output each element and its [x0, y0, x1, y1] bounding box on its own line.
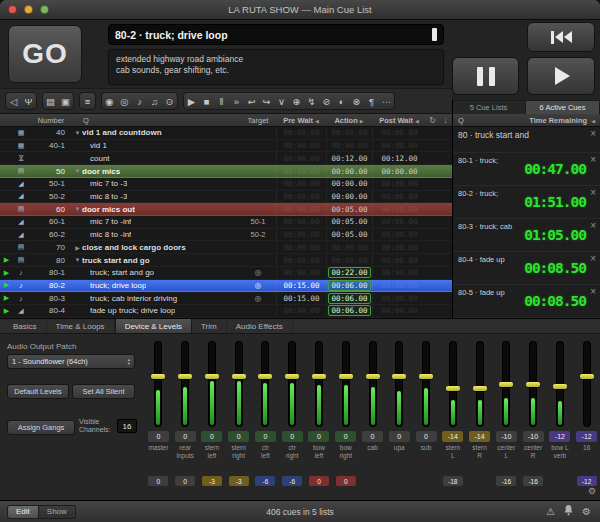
standby-cue-display[interactable]: 80-2 · truck; drive loop: [108, 24, 444, 45]
channel-level-value[interactable]: 0: [308, 431, 329, 442]
tab-active-cues[interactable]: 6 Active Cues: [526, 101, 600, 114]
fader-handle[interactable]: [473, 386, 487, 391]
fader-handle[interactable]: [553, 384, 567, 389]
channel-level-value[interactable]: 0: [389, 431, 410, 442]
crosspoint-value[interactable]: 0: [309, 476, 329, 486]
stop-active-cue-button[interactable]: ×: [590, 287, 596, 297]
close-window-button[interactable]: [8, 5, 17, 14]
tab-device-levels[interactable]: Device & Levels: [115, 319, 192, 333]
channel-level-value[interactable]: 0: [335, 431, 356, 442]
channel-level-value[interactable]: 0: [228, 431, 249, 442]
warning-icon[interactable]: ⚠: [546, 507, 555, 517]
pause-cue-icon[interactable]: ‖: [214, 93, 229, 110]
stop-active-cue-button[interactable]: ×: [590, 155, 596, 165]
column-flag-icon[interactable]: ↓: [439, 116, 452, 125]
tab-trim[interactable]: Trim: [192, 319, 227, 333]
cue-row-70[interactable]: ▤70▶close and lock cargo doors00:00.0000…: [0, 241, 452, 254]
fader-handle[interactable]: [178, 374, 192, 379]
channel-level-value[interactable]: 0: [282, 431, 303, 442]
active-col-time[interactable]: Time Remaining ◀: [529, 116, 595, 125]
active-cue-1[interactable]: 80-1 · truck;00:47.00×: [453, 153, 600, 186]
crosspoint-value[interactable]: 0: [148, 476, 168, 486]
midi-cue-icon[interactable]: ♫: [147, 93, 162, 110]
wait-cue-icon[interactable]: ◐: [334, 93, 349, 110]
fader-handle[interactable]: [151, 374, 165, 379]
fader-handle[interactable]: [419, 374, 433, 379]
channel-level-value[interactable]: 0: [255, 431, 276, 442]
column-number[interactable]: Number: [29, 116, 73, 125]
stop-active-cue-button[interactable]: ×: [590, 221, 596, 231]
edit-mode-button[interactable]: Edit: [7, 505, 39, 519]
cue-row-80-3[interactable]: ▶♪80-3truck; cab interior driving◎00:15.…: [0, 292, 452, 305]
cue-row-80-2[interactable]: ▶♪80-2truck; drive loop◎00:15.0000:06.00…: [0, 280, 452, 293]
cue-row-80[interactable]: ▶▤80▼truck start and go00:00.0000:00.000…: [0, 254, 452, 267]
column-action[interactable]: Action▶: [326, 116, 372, 125]
cue-row-60[interactable]: ▤60▼door mics out00:00.0000:05.0000:00.0…: [0, 203, 452, 216]
channel-level-value[interactable]: -14: [469, 431, 490, 442]
fader-handle[interactable]: [312, 374, 326, 379]
active-cue-0[interactable]: 80 · truck start and×: [453, 127, 600, 153]
disclosure-open-icon[interactable]: ▼: [73, 206, 82, 212]
channel-level-value[interactable]: -12: [576, 431, 597, 442]
active-cue-4[interactable]: 80-4 · fade up00:08.50×: [453, 252, 600, 285]
bell-icon[interactable]: [564, 505, 573, 518]
stop-cue-icon[interactable]: ■: [199, 93, 214, 110]
crosspoint-value[interactable]: -6: [255, 476, 275, 486]
disclosure-open-icon[interactable]: ▼: [73, 257, 82, 263]
cue-row-60-2[interactable]: ◢60-2mic 8 to -inf50-200:00.0000:05.0000…: [0, 229, 452, 242]
audio-cue-icon[interactable]: ◁: [6, 93, 21, 110]
fader-track[interactable]: [584, 342, 590, 426]
stop-active-cue-button[interactable]: ×: [590, 188, 596, 198]
channel-level-value[interactable]: 0: [416, 431, 437, 442]
channel-level-value[interactable]: -14: [442, 431, 463, 442]
cue-row-80-1[interactable]: ▶♪80-1truck; start and go◎00:00.0000:22.…: [0, 267, 452, 280]
devamp-cue-icon[interactable]: ∨: [274, 93, 289, 110]
fader-handle[interactable]: [285, 374, 299, 379]
assign-gangs-button[interactable]: Assign Gangs: [7, 420, 75, 435]
timecode-cue-icon[interactable]: ⊙: [162, 93, 177, 110]
tab-time-loops[interactable]: Time & Loops: [47, 319, 115, 333]
cue-row-60-1[interactable]: ◢60-1mic 7 to -inf50-100:00.0000:05.0000…: [0, 216, 452, 229]
crosspoint-value[interactable]: 0: [175, 476, 195, 486]
crosspoint-value[interactable]: -3: [229, 476, 249, 486]
crosspoint-value[interactable]: -12: [577, 476, 597, 486]
channel-level-value[interactable]: 0: [201, 431, 222, 442]
fader-handle[interactable]: [392, 374, 406, 379]
set-all-silent-button[interactable]: Set All Silent: [72, 384, 135, 399]
audio-patch-select[interactable]: 1 - Soundflower (64ch) ▴ ▾: [7, 354, 135, 369]
go-button[interactable]: GO: [8, 25, 82, 83]
channel-level-value[interactable]: -10: [496, 431, 517, 442]
column-post-wait[interactable]: Post Wait◀: [372, 116, 426, 125]
fader-track[interactable]: [370, 342, 376, 426]
disclosure-open-icon[interactable]: ▼: [73, 168, 82, 174]
previous-cue-button[interactable]: [527, 22, 595, 52]
active-cue-5[interactable]: 80-5 · fade up00:08.50×: [453, 285, 600, 318]
stop-active-cue-button[interactable]: ×: [590, 129, 596, 139]
start-cue-icon[interactable]: ▶: [184, 93, 199, 110]
cue-row-50-1[interactable]: ◢50-1mic 7 to -300:00.0000:00.0000:00.00: [0, 178, 452, 191]
channel-level-value[interactable]: -10: [523, 431, 544, 442]
fade-cue-icon[interactable]: ≡: [80, 93, 95, 110]
music-cue-icon[interactable]: ♪: [132, 93, 147, 110]
fader-handle[interactable]: [526, 382, 540, 387]
tab-audio-effects[interactable]: Audio Effects: [227, 319, 293, 333]
crosspoint-value[interactable]: -16: [496, 476, 516, 486]
fader-track[interactable]: [209, 342, 215, 426]
osc-cue-icon[interactable]: ◎: [117, 93, 132, 110]
fader-track[interactable]: [450, 342, 456, 426]
fader-handle[interactable]: [499, 382, 513, 387]
fader-track[interactable]: [423, 342, 429, 426]
channel-level-value[interactable]: 0: [362, 431, 383, 442]
fader-track[interactable]: [182, 342, 188, 426]
column-q[interactable]: Q: [73, 116, 240, 125]
fader-track[interactable]: [396, 342, 402, 426]
minimize-window-button[interactable]: [24, 5, 33, 14]
fader-track[interactable]: [316, 342, 322, 426]
cue-row-40[interactable]: ▦40▼vid 1 and countdown00:00.0000:00.000…: [0, 127, 452, 140]
memo-cue-icon[interactable]: ¶: [364, 93, 379, 110]
fader-track[interactable]: [477, 342, 483, 426]
show-mode-button[interactable]: Show: [39, 505, 76, 519]
column-continue-icon[interactable]: ↻: [426, 116, 439, 125]
disclosure-closed-icon[interactable]: ▶: [73, 244, 82, 251]
mic-cue-icon[interactable]: Ψ: [21, 93, 36, 110]
